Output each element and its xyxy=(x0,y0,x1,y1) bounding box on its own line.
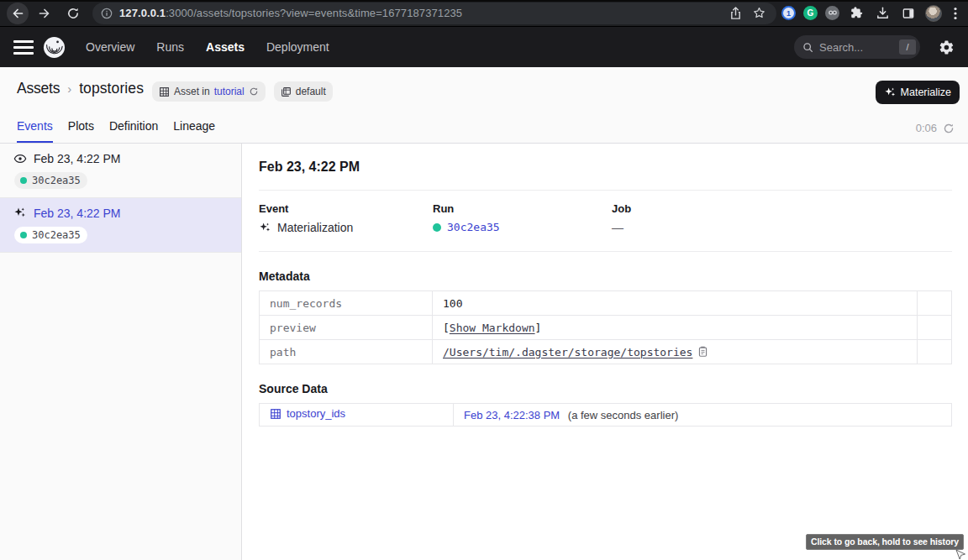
reload-icon xyxy=(66,7,80,20)
forward-arrow-icon xyxy=(38,7,51,20)
observation-eye-icon xyxy=(13,152,27,165)
run-id-pill[interactable]: 30c2ea35 xyxy=(14,227,87,243)
back-arrow-icon xyxy=(11,7,24,20)
materialize-sparkle-icon xyxy=(884,86,897,99)
breadcrumb-assets-link[interactable]: Assets xyxy=(17,80,60,97)
dagster-logo xyxy=(43,36,66,59)
source-asset-link[interactable]: topstory_ids xyxy=(270,407,345,420)
event-detail-title: Feb 23, 4:22 PM xyxy=(259,144,952,191)
back-button-tooltip: Click to go back, hold to see history xyxy=(806,534,964,550)
profile-avatar[interactable] xyxy=(925,5,942,22)
search-input[interactable]: Search... / xyxy=(794,35,920,59)
url-text: 127.0.0.1:3000/assets/topstories?view=ev… xyxy=(119,7,726,19)
event-time: Feb 23, 4:22 PM xyxy=(34,207,121,220)
metadata-value: [Show Markdown] xyxy=(433,316,918,340)
tab-lineage[interactable]: Lineage xyxy=(173,119,215,143)
metadata-row-preview: preview [Show Markdown] xyxy=(260,316,952,340)
metadata-row-num-records: num_records 100 xyxy=(260,291,952,316)
browser-toolbar: 127.0.0.1:3000/assets/topstories?view=ev… xyxy=(0,0,968,27)
metadata-key: preview xyxy=(260,316,433,340)
event-list-sidebar: Feb 23, 4:22 PM 30c2ea35 Feb 23, 4:22 PM… xyxy=(0,144,242,560)
nav-item-assets[interactable]: Assets xyxy=(206,40,245,54)
tag-reload-icon[interactable] xyxy=(249,86,259,97)
run-id: 30c2ea35 xyxy=(32,175,81,186)
refresh-timer: 0:06 xyxy=(916,122,955,143)
asset-table-icon xyxy=(159,86,170,97)
browser-menu-icon[interactable] xyxy=(950,4,961,23)
metadata-value: /Users/tim/.dagster/storage/topstories xyxy=(433,340,918,364)
show-markdown-link[interactable]: Show Markdown xyxy=(450,322,535,334)
repo-default-tag[interactable]: default xyxy=(274,81,333,102)
job-column-label: Job xyxy=(612,202,631,215)
browser-forward-button[interactable] xyxy=(34,3,55,24)
browser-address-bar[interactable]: 127.0.0.1:3000/assets/topstories?view=ev… xyxy=(92,3,776,24)
owl-extension-icon[interactable] xyxy=(825,6,839,20)
repo-default-tag-label: default xyxy=(296,86,326,97)
browser-reload-button[interactable] xyxy=(62,3,84,24)
event-detail-panel: Feb 23, 4:22 PM Event Materialization Ru… xyxy=(242,144,968,560)
asset-group-tag[interactable]: Asset in tutorial xyxy=(152,81,266,102)
search-icon xyxy=(802,42,813,53)
event-list-item-materialization[interactable]: Feb 23, 4:22 PM 30c2ea35 xyxy=(0,198,241,253)
metadata-key: path xyxy=(260,340,433,364)
nav-item-runs[interactable]: Runs xyxy=(156,40,184,54)
share-button[interactable] xyxy=(726,4,744,23)
search-placeholder: Search... xyxy=(819,41,899,54)
nav-item-deployment[interactable]: Deployment xyxy=(266,40,329,54)
source-event-note: (a few seconds earlier) xyxy=(568,409,679,421)
job-value: — xyxy=(612,221,631,234)
source-data-row: topstory_ids Feb 23, 4:22:38 PM (a few s… xyxy=(260,404,952,427)
source-event-time-link[interactable]: Feb 23, 4:22:38 PM xyxy=(464,409,560,421)
app-navbar: Overview Runs Assets Deployment Search..… xyxy=(0,27,968,67)
metadata-key: num_records xyxy=(260,291,433,316)
grammarly-extension-icon[interactable]: G xyxy=(803,6,818,20)
downloads-icon[interactable] xyxy=(873,4,892,23)
metadata-section-heading: Metadata xyxy=(259,270,952,283)
event-time: Feb 23, 4:22 PM xyxy=(34,152,121,165)
copy-path-icon[interactable] xyxy=(697,346,708,358)
mouse-cursor xyxy=(955,549,966,560)
run-status-dot xyxy=(20,232,27,238)
hamburger-menu-icon[interactable] xyxy=(13,37,34,57)
tab-plots[interactable]: Plots xyxy=(68,119,94,143)
run-status-dot xyxy=(20,177,27,184)
path-link[interactable]: /Users/tim/.dagster/storage/topstories xyxy=(443,346,692,359)
materialization-sparkle-icon xyxy=(259,222,271,234)
refresh-timer-value: 0:06 xyxy=(916,122,937,134)
asset-table-icon xyxy=(270,408,281,420)
nav-item-overview[interactable]: Overview xyxy=(86,40,134,54)
workspace-icon xyxy=(281,86,292,97)
breadcrumb-separator: › xyxy=(67,81,71,96)
run-id-pill[interactable]: 30c2ea35 xyxy=(14,172,87,189)
run-id: 30c2ea35 xyxy=(32,229,81,241)
run-id-link[interactable]: 30c2ea35 xyxy=(447,221,500,233)
side-panel-icon[interactable] xyxy=(899,4,918,23)
source-data-table: topstory_ids Feb 23, 4:22:38 PM (a few s… xyxy=(259,403,952,427)
bookmark-star-button[interactable] xyxy=(750,4,768,23)
password-manager-extension-icon[interactable]: 1 xyxy=(781,6,796,20)
tab-events[interactable]: Events xyxy=(17,119,53,143)
refresh-icon[interactable] xyxy=(943,123,955,134)
materialize-button-label: Materialize xyxy=(901,86,951,98)
breadcrumb-asset-name: topstories xyxy=(79,80,144,97)
asset-tabs: Events Plots Definition Lineage 0:06 xyxy=(0,112,968,144)
run-column-label: Run xyxy=(433,202,612,215)
asset-group-tag-prefix: Asset in xyxy=(174,86,210,97)
asset-group-tag-link[interactable]: tutorial xyxy=(214,86,245,97)
asset-page-header: Assets › topstories Asset in tutorial de… xyxy=(0,67,968,112)
event-list-item-observation[interactable]: Feb 23, 4:22 PM 30c2ea35 xyxy=(0,144,241,198)
materialize-button[interactable]: Materialize xyxy=(876,81,960,104)
source-data-section-heading: Source Data xyxy=(259,382,952,395)
metadata-table: num_records 100 preview [Show Markdown] … xyxy=(259,290,952,364)
breadcrumb: Assets › topstories xyxy=(17,80,144,97)
materialization-sparkle-icon xyxy=(13,207,27,220)
run-status-dot xyxy=(433,223,441,232)
tab-definition[interactable]: Definition xyxy=(109,119,158,143)
site-info-icon[interactable] xyxy=(101,8,113,19)
extensions-puzzle-icon[interactable] xyxy=(847,4,865,23)
event-column-label: Event xyxy=(259,202,433,215)
settings-gear-icon[interactable] xyxy=(939,39,955,55)
browser-back-button[interactable] xyxy=(7,3,29,24)
search-shortcut-key: / xyxy=(899,39,916,55)
metadata-row-path: path /Users/tim/.dagster/storage/topstor… xyxy=(260,340,952,364)
